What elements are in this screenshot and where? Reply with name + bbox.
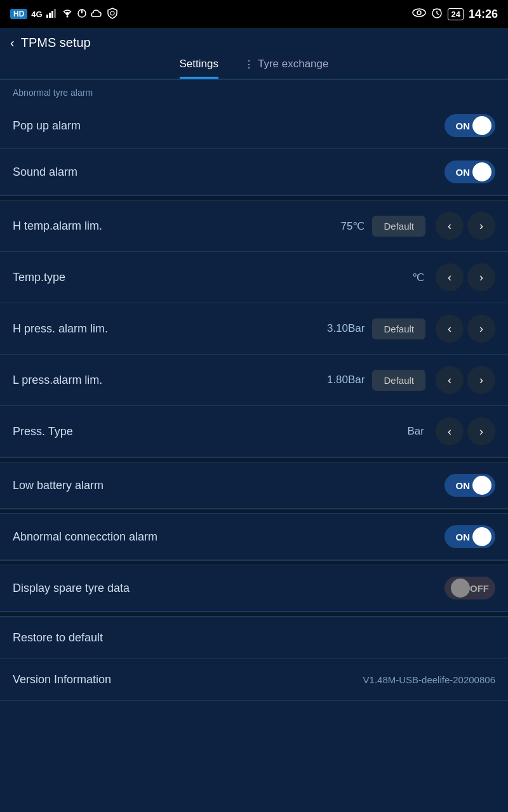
l-press-label: L press.alarm lim. xyxy=(13,374,327,387)
settings-content: Abnormal tyre alarm Pop up alarm ON Soun… xyxy=(0,79,508,701)
setting-row-version-info: Version Information V1.48M-USB-deelife-2… xyxy=(0,659,508,701)
tab-settings[interactable]: Settings xyxy=(180,58,218,79)
toggle-knob xyxy=(472,527,491,546)
sound-alarm-label: Sound alarm xyxy=(13,166,444,179)
toggle-knob xyxy=(472,476,491,495)
h-temp-increase-button[interactable]: › xyxy=(467,212,495,240)
press-type-label: Press. Type xyxy=(13,425,408,438)
version-info-value: V1.48M-USB-deelife-20200806 xyxy=(363,674,495,685)
back-button[interactable]: ‹ xyxy=(10,36,15,50)
svg-line-12 xyxy=(437,13,439,15)
svg-point-9 xyxy=(417,11,421,15)
version-info-label: Version Information xyxy=(13,673,363,686)
setting-row-popup-alarm: Pop up alarm ON xyxy=(0,103,508,149)
l-press-increase-button[interactable]: › xyxy=(467,366,495,394)
wifi-icon xyxy=(62,9,73,20)
setting-row-temp-type: Temp.type ℃ ‹ › xyxy=(0,252,508,303)
status-bar: HD 4G xyxy=(0,0,508,28)
toggle-knob xyxy=(472,162,491,181)
svg-rect-2 xyxy=(51,11,53,18)
press-type-value: Bar xyxy=(408,425,424,438)
low-battery-toggle[interactable]: ON xyxy=(444,474,495,497)
press-type-decrease-button[interactable]: ‹ xyxy=(436,417,464,445)
h-press-decrease-button[interactable]: ‹ xyxy=(436,315,464,343)
temp-type-decrease-button[interactable]: ‹ xyxy=(436,263,464,291)
h-press-increase-button[interactable]: › xyxy=(467,315,495,343)
h-press-default-button[interactable]: Default xyxy=(372,318,425,339)
h-temp-label: H temp.alarm lim. xyxy=(13,219,341,233)
divider-2 xyxy=(0,457,508,462)
press-type-increase-button[interactable]: › xyxy=(467,417,495,445)
h-press-label: H press. alarm lim. xyxy=(13,322,327,336)
tab-tyre-exchange[interactable]: ⋮ Tyre exchange xyxy=(244,58,329,79)
toggle-knob xyxy=(451,579,470,598)
svg-rect-1 xyxy=(49,13,51,18)
svg-point-7 xyxy=(110,11,114,15)
temp-type-label: Temp.type xyxy=(13,271,412,284)
setting-row-spare-tyre: Display spare tyre data OFF xyxy=(0,565,508,612)
popup-alarm-toggle[interactable]: ON xyxy=(444,114,495,137)
divider-4 xyxy=(0,560,508,565)
setting-row-restore-default[interactable]: Restore to default xyxy=(0,617,508,659)
cloud-icon xyxy=(91,9,104,20)
temp-type-increase-button[interactable]: › xyxy=(467,263,495,291)
eye-icon xyxy=(412,8,426,20)
low-battery-label: Low battery alarm xyxy=(13,479,444,492)
power-icon xyxy=(77,8,87,20)
temp-type-value: ℃ xyxy=(412,271,424,284)
setting-row-h-temp: H temp.alarm lim. 75℃ Default ‹ › xyxy=(0,200,508,252)
svg-point-8 xyxy=(413,9,425,16)
h-press-value: 3.10Bar xyxy=(327,322,365,335)
svg-rect-3 xyxy=(54,9,56,18)
setting-row-press-type: Press. Type Bar ‹ › xyxy=(0,406,508,457)
setting-row-sound-alarm: Sound alarm ON xyxy=(0,149,508,195)
spare-tyre-label: Display spare tyre data xyxy=(13,582,444,595)
spare-tyre-toggle[interactable]: OFF xyxy=(444,577,495,599)
divider-3 xyxy=(0,509,508,514)
status-left: HD 4G xyxy=(10,8,117,21)
l-press-decrease-button[interactable]: ‹ xyxy=(436,366,464,394)
abnormal-connection-label: Abnormal connecction alarm xyxy=(13,530,444,544)
divider-5 xyxy=(0,612,508,617)
4g-badge: 4G xyxy=(31,10,42,19)
setting-row-low-battery: Low battery alarm ON xyxy=(0,462,508,509)
l-press-value: 1.80Bar xyxy=(327,374,365,386)
h-temp-default-button[interactable]: Default xyxy=(372,216,425,237)
sound-alarm-toggle[interactable]: ON xyxy=(444,160,495,183)
abnormal-connection-toggle[interactable]: ON xyxy=(444,525,495,548)
shield-icon xyxy=(107,8,117,21)
toggle-knob xyxy=(472,116,491,135)
page-title: TPMS setup xyxy=(21,36,91,50)
setting-row-abnormal-connection: Abnormal connecction alarm ON xyxy=(0,514,508,560)
battery-icon: 24 xyxy=(448,8,463,20)
status-right: 24 14:26 xyxy=(412,7,498,21)
restore-default-label: Restore to default xyxy=(13,631,103,644)
hd-badge: HD xyxy=(10,9,27,19)
popup-alarm-label: Pop up alarm xyxy=(13,119,444,133)
svg-rect-0 xyxy=(46,15,48,18)
signal-icon xyxy=(46,9,58,20)
setting-row-l-press: L press.alarm lim. 1.80Bar Default ‹ › xyxy=(0,355,508,406)
time-display: 14:26 xyxy=(469,8,498,21)
setting-row-h-press: H press. alarm lim. 3.10Bar Default ‹ › xyxy=(0,303,508,355)
app-header: ‹ TPMS setup xyxy=(0,28,508,50)
h-temp-decrease-button[interactable]: ‹ xyxy=(436,212,464,240)
svg-point-4 xyxy=(66,15,68,17)
tab-bar: Settings ⋮ Tyre exchange xyxy=(0,50,508,79)
h-temp-value: 75℃ xyxy=(341,219,365,233)
divider-1 xyxy=(0,195,508,200)
l-press-default-button[interactable]: Default xyxy=(372,370,425,391)
section-label-abnormal-tyre: Abnormal tyre alarm xyxy=(0,79,508,103)
alarm-icon xyxy=(431,7,443,21)
